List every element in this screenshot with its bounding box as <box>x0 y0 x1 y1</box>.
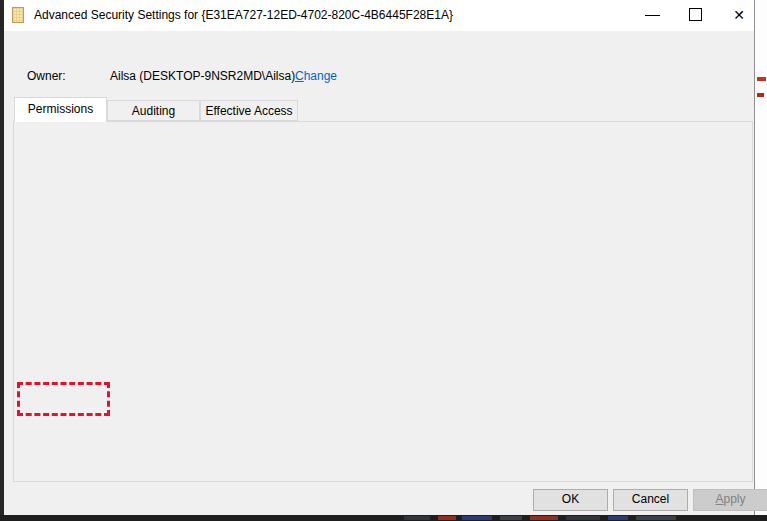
tab-auditing[interactable]: Auditing <box>107 100 200 121</box>
maximize-icon <box>689 8 702 21</box>
close-icon: ✕ <box>733 7 745 23</box>
background-artifact <box>566 516 600 520</box>
dialog-icon <box>12 7 24 23</box>
minimize-icon <box>645 15 660 16</box>
background-artifact <box>608 516 628 520</box>
background-artifact <box>757 77 766 81</box>
background-artifact <box>404 516 430 520</box>
close-button[interactable]: ✕ <box>719 0 759 31</box>
change-owner-link[interactable]: Change <box>295 69 337 83</box>
ok-button[interactable]: OK <box>533 489 608 511</box>
owner-value: Ailsa (DESKTOP-9NSR2MD\Ailsa) <box>110 69 295 83</box>
background-artifact <box>530 516 558 520</box>
cancel-button[interactable]: Cancel <box>613 489 688 511</box>
background-artifact <box>757 93 764 97</box>
tab-page-permissions <box>13 121 753 482</box>
background-artifact <box>438 516 456 520</box>
minimize-button[interactable] <box>633 0 673 31</box>
background-artifact <box>500 516 522 520</box>
tab-permissions[interactable]: Permissions <box>14 97 107 122</box>
owner-label: Owner: <box>27 69 66 83</box>
window-title: Advanced Security Settings for {E31EA727… <box>34 8 453 22</box>
advanced-security-settings-dialog: Advanced Security Settings for {E31EA727… <box>4 0 755 515</box>
background-artifact <box>462 516 492 520</box>
background-artifact <box>636 516 676 520</box>
maximize-button[interactable] <box>676 0 716 31</box>
title-bar[interactable]: Advanced Security Settings for {E31EA727… <box>4 0 754 31</box>
tab-effective-access[interactable]: Effective Access <box>200 100 298 121</box>
apply-button[interactable]: Apply <box>693 489 767 511</box>
